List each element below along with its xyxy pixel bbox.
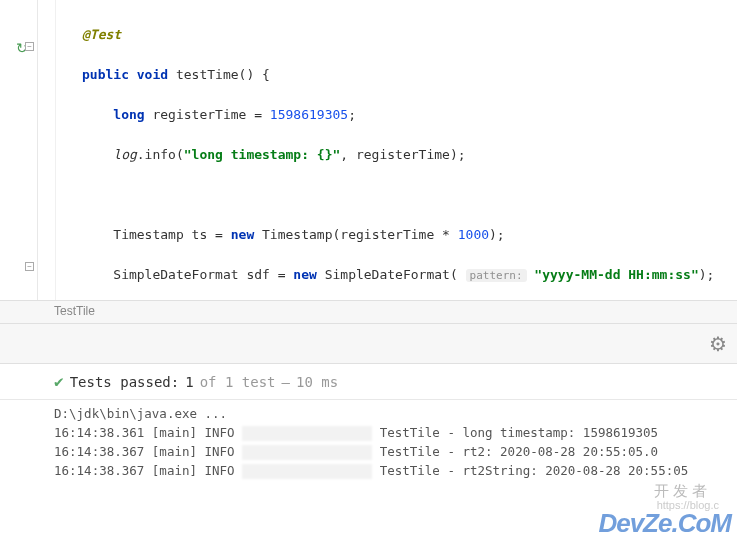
- console-line: 16:14:38.367 [main] INFO TestTile - rt2:…: [54, 442, 683, 461]
- gear-icon[interactable]: ⚙: [709, 332, 727, 356]
- code-editor[interactable]: @Test public void testTime() { long regi…: [56, 0, 737, 300]
- breadcrumb-item[interactable]: TestTile: [54, 304, 95, 318]
- watermark-cn: 开 发 者: [654, 482, 707, 501]
- breadcrumb-bar: TestTile: [0, 300, 737, 324]
- fold-column: − −: [25, 0, 35, 300]
- tests-passed-label: Tests passed:: [70, 374, 180, 390]
- check-icon: ✔: [54, 372, 64, 391]
- fold-toggle[interactable]: −: [25, 42, 34, 51]
- tests-time: 10 ms: [296, 374, 338, 390]
- annotation: @Test: [82, 27, 121, 42]
- blurred-logger: [242, 426, 372, 441]
- blurred-logger: [242, 445, 372, 460]
- tests-total: of 1 test: [200, 374, 276, 390]
- console-line: 16:14:38.367 [main] INFO TestTile - rt2S…: [54, 461, 683, 480]
- dash: –: [282, 374, 290, 390]
- console-line: D:\jdk\bin\java.exe ...: [54, 404, 683, 423]
- ruler: [38, 0, 56, 300]
- gutter: ↻ − −: [0, 0, 38, 300]
- editor-area: ↻ − − @Test public void testTime() { lon…: [0, 0, 737, 300]
- console-line: 16:14:38.361 [main] INFO TestTile - long…: [54, 423, 683, 442]
- test-toolbar: ⚙: [0, 324, 737, 364]
- blurred-logger: [242, 464, 372, 479]
- param-hint: pattern:: [466, 269, 527, 282]
- test-status-bar: ✔ Tests passed: 1 of 1 test – 10 ms: [0, 364, 737, 400]
- fold-toggle[interactable]: −: [25, 262, 34, 271]
- tests-passed-count: 1: [185, 374, 193, 390]
- watermark: DevZe.CoM: [598, 508, 731, 539]
- watermark-url: https://blog.c: [657, 499, 719, 511]
- console-output[interactable]: D:\jdk\bin\java.exe ... 16:14:38.361 [ma…: [0, 400, 737, 484]
